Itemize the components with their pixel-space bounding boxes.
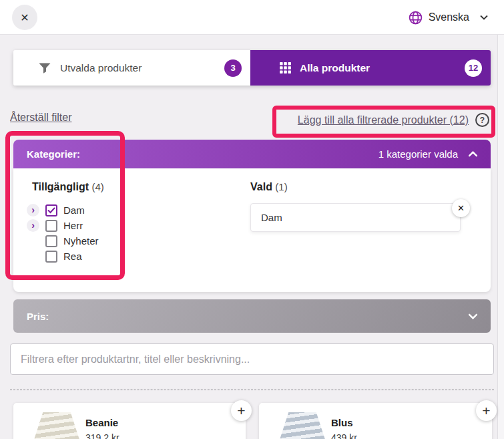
category-list: › Dam › Herr › Nyheter › Rea xyxy=(27,202,99,264)
price-title: Pris: xyxy=(27,311,49,322)
checkbox-herr[interactable] xyxy=(45,220,57,232)
dashed-divider xyxy=(10,390,494,390)
tab-selected-products[interactable]: Utvalda produkter 3 xyxy=(13,50,250,86)
selected-category-chip: Dam xyxy=(250,203,461,232)
product-filter-input[interactable] xyxy=(10,343,494,375)
language-label: Svenska xyxy=(429,11,469,23)
checkbox-rea[interactable] xyxy=(45,251,57,263)
tab-bar: Utvalda produkter 3 Alla produkter 12 xyxy=(13,50,491,86)
expand-chevron-right-icon[interactable]: › xyxy=(27,204,39,216)
category-label: Dam xyxy=(63,204,85,216)
price-header-bar[interactable]: Pris: xyxy=(13,299,491,333)
checkbox-nyheter[interactable] xyxy=(45,235,57,247)
chevron-up-icon xyxy=(469,151,477,157)
selected-heading: Vald (1) xyxy=(250,181,288,193)
close-icon: ✕ xyxy=(457,203,465,213)
chevron-down-icon xyxy=(480,15,488,20)
tab-label: Utvalda produkter xyxy=(60,62,142,74)
product-filter-panel: ✕ Svenska Utvalda produkter 3 xyxy=(0,0,504,439)
add-all-filtered-link[interactable]: Lägg till alla filtrerade produkter (12) xyxy=(298,114,469,126)
chevron-down-icon xyxy=(469,313,477,319)
tab-count-badge: 3 xyxy=(224,59,242,77)
globe-icon xyxy=(409,11,423,25)
categories-header-bar[interactable]: Kategorier: 1 kategorier valda xyxy=(13,140,491,168)
product-image xyxy=(278,412,327,439)
category-label: Nyheter xyxy=(63,235,99,247)
category-row-herr: › Herr xyxy=(27,218,99,233)
category-row-nyheter: › Nyheter xyxy=(27,233,99,249)
add-product-button[interactable]: + xyxy=(231,400,252,421)
scrollbar-track[interactable] xyxy=(497,35,504,439)
product-card-beanie: Beanie 319,2 kr xyxy=(13,403,246,439)
tab-all-products[interactable]: Alla produkter 12 xyxy=(250,50,491,86)
product-title: Beanie xyxy=(85,417,118,428)
header: ✕ Svenska xyxy=(0,0,504,35)
category-row-dam: › Dam xyxy=(27,202,99,218)
product-title: Blus xyxy=(331,417,353,428)
close-button[interactable]: ✕ xyxy=(12,5,37,30)
checkbox-dam[interactable] xyxy=(45,204,57,216)
tab-label: Alla produkter xyxy=(300,62,370,74)
add-product-button[interactable]: + xyxy=(476,400,497,421)
add-all-row: Lägg till alla filtrerade produkter (12)… xyxy=(298,113,489,127)
search-field-wrap xyxy=(10,343,494,375)
reset-filter-link[interactable]: Återställ filter xyxy=(10,112,71,124)
category-row-rea: › Rea xyxy=(27,249,99,264)
categories-title: Kategorier: xyxy=(27,148,80,160)
chip-remove-button[interactable]: ✕ xyxy=(452,199,470,217)
product-card-blus: Blus 439 kr xyxy=(259,403,492,439)
product-price: 319,2 kr xyxy=(85,432,119,439)
grid-icon xyxy=(280,62,291,74)
category-label: Herr xyxy=(63,220,83,231)
chip-label: Dam xyxy=(261,212,282,223)
selected-count: (1) xyxy=(275,181,287,192)
product-price: 439 kr xyxy=(331,432,357,439)
available-count: (4) xyxy=(91,181,103,192)
language-switcher[interactable]: Svenska xyxy=(409,0,488,35)
help-icon[interactable]: ? xyxy=(475,113,489,127)
tab-count-badge: 12 xyxy=(465,59,482,77)
close-icon: ✕ xyxy=(20,11,29,24)
plus-icon: + xyxy=(237,404,245,418)
category-label: Rea xyxy=(63,251,82,262)
expand-chevron-right-icon[interactable]: › xyxy=(27,219,39,232)
categories-selected-count: 1 kategorier valda xyxy=(379,148,458,160)
product-image xyxy=(32,412,81,439)
plus-icon: + xyxy=(482,404,490,418)
available-heading: Tillgängligt (4) xyxy=(32,181,104,193)
filter-icon xyxy=(39,63,51,74)
